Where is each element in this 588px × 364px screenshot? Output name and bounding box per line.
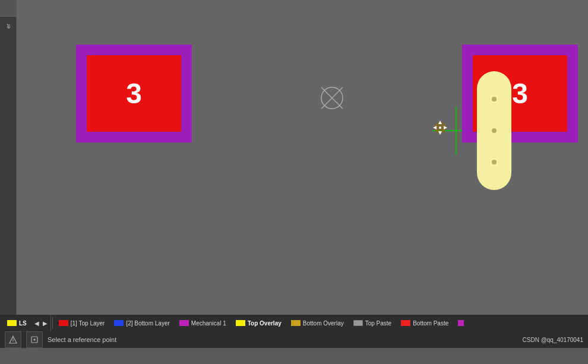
info-icon-2[interactable] <box>26 331 43 348</box>
bottom-overlay-color <box>291 320 301 326</box>
bottom-paste-color <box>401 320 410 326</box>
component-left-border: 3 <box>76 45 192 143</box>
svg-point-10 <box>439 126 441 129</box>
pill-component <box>477 71 511 190</box>
nav-arrow-left[interactable]: ◀ <box>33 320 41 327</box>
sidebar-top-item <box>0 0 16 17</box>
info-icon-1[interactable] <box>5 331 21 348</box>
ls-label: LS <box>19 320 27 327</box>
main-canvas: 3 3 <box>17 0 588 315</box>
info-bar-left: Select a reference point <box>5 331 518 348</box>
layer-chip-mechanical[interactable]: Mechanical 1 <box>175 315 231 331</box>
status-bar: LS ◀ ▶ [1] Top Layer [2] Bottom Layer Me… <box>0 315 588 331</box>
top-layer-label: [1] Top Layer <box>71 320 105 327</box>
bottom-paste-label: Bottom Paste <box>413 320 448 327</box>
layer-chip-top-overlay[interactable]: Top Overlay <box>231 315 286 331</box>
nav-arrow-right[interactable]: ▶ <box>41 320 49 327</box>
layer-chip-top-paste[interactable]: Top Paste <box>349 315 396 331</box>
layer-chip-extra[interactable] <box>453 315 469 331</box>
info-bar: Select a reference point CSDN @qq_401700… <box>0 331 588 348</box>
separator-1 <box>52 317 53 329</box>
top-paste-label: Top Paste <box>365 320 391 327</box>
pill-dot-3 <box>492 160 497 164</box>
layer-chip-bottom[interactable]: [2] Bottom Layer <box>109 315 174 331</box>
layer-chip-bottom-overlay[interactable]: Bottom Overlay <box>286 315 349 331</box>
pill-dot-1 <box>492 97 497 102</box>
layer-chip-top[interactable]: [1] Top Layer <box>54 315 110 331</box>
ls-color-box <box>7 320 17 326</box>
pill-dot-2 <box>492 128 497 133</box>
layer-chip-bottom-paste[interactable]: Bottom Paste <box>396 315 453 331</box>
mechanical-color <box>179 320 189 326</box>
component-left-fill: 3 <box>87 55 181 132</box>
svg-point-13 <box>12 338 14 339</box>
top-overlay-label: Top Overlay <box>248 320 282 327</box>
mechanical-label: Mechanical 1 <box>191 320 226 327</box>
component-left-number: 3 <box>126 77 142 110</box>
move-cursor-icon <box>431 119 449 137</box>
nav-arrows[interactable]: ◀ ▶ <box>31 315 51 331</box>
bottom-layer-color <box>114 320 124 326</box>
top-overlay-color <box>236 320 245 326</box>
component-right-number: 3 <box>512 77 528 110</box>
bottom-overlay-label: Bottom Overlay <box>303 320 344 327</box>
top-paste-color <box>353 320 363 326</box>
left-sidebar: er <box>0 0 17 315</box>
crosshair-circle <box>317 83 347 113</box>
extra-color <box>458 320 464 326</box>
bottom-layer-label: [2] Bottom Layer <box>126 320 169 327</box>
sidebar-label-1: er <box>5 21 11 31</box>
top-layer-color <box>59 320 68 326</box>
status-text: Select a reference point <box>48 336 116 343</box>
watermark-text: CSDN @qq_40170041 <box>523 337 583 343</box>
layer-ls-chip[interactable]: LS <box>2 315 31 331</box>
